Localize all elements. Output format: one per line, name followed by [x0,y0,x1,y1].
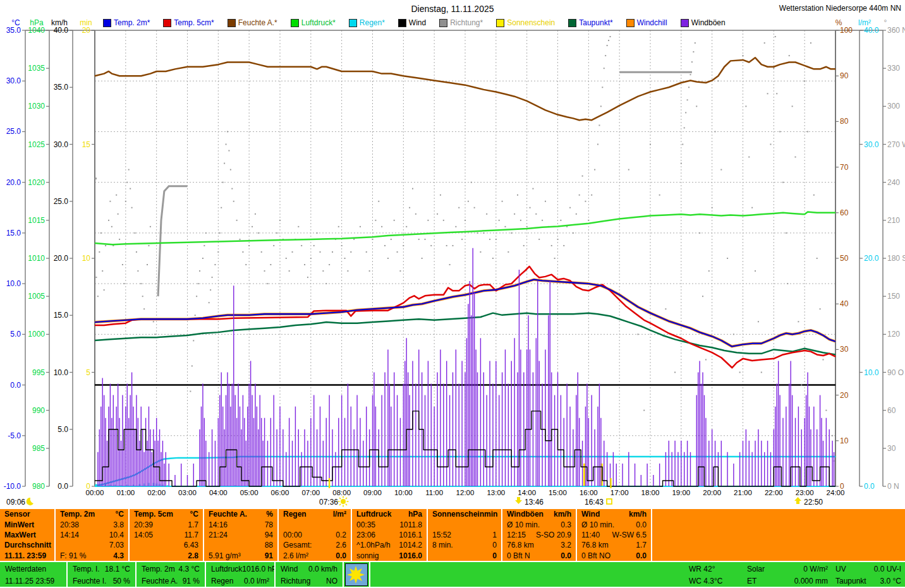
series-richtung-dots [394,220,395,221]
summary-cell-temp2m-hdr: Temp. 2m°C [56,509,128,519]
series-richtung-dots [776,93,777,94]
summary-filler [652,540,905,550]
axis-tick-label: 1005 [28,292,45,301]
sunrise-icon [339,498,341,499]
series-richtung-dots [691,61,693,63]
series-richtung-dots [733,333,734,335]
series-richtung-dots [605,55,606,56]
summary-cell-windben-avg: 76.8 km3.2 [502,540,576,550]
series-richtung-dots [514,213,515,215]
summary-cell-windben-min: Ø 10 min.0.3 [502,519,576,529]
weather-chart: °C35.030.025.020.015.010.05.00.0-5.0-10.… [0,0,905,508]
series-richtung-dots [255,213,256,215]
series-richtung-dots [310,258,312,259]
series-richtung-dots [786,232,787,234]
series-richtung-dots [695,42,696,44]
axis-tick-label: 300 [887,102,900,111]
series-richtung-dots [492,258,494,259]
series-richtung-dots [415,213,416,215]
series-richtung-dots [267,283,268,284]
axis-tick-label: 5 [86,368,90,377]
axis-tick-label: 07:00 [301,489,320,496]
series-richtung-dots [130,188,131,189]
axis-tick-label: 17:00 [610,489,629,496]
summary-cell-temp5cm-max: 14:0511.7 [130,530,203,540]
sun-weather-icon [345,563,368,586]
series-richtung-dots [659,195,660,196]
series-richtung-dots [773,68,774,69]
series-richtung-dots [443,220,444,221]
axis-tick-label: 07:36 [319,498,338,507]
series-richtung-dots [489,239,490,240]
series-richtung-dots [387,258,389,259]
axis-tick-label: 22:00 [765,489,783,496]
weather-symbol-cell [344,562,370,587]
series-richtung-dots [597,144,598,145]
series-richtung-dots [214,264,216,265]
series-richtung-dots [511,232,512,234]
axis-tick-label: 0 N [887,482,899,491]
series-richtung-dots [140,283,142,284]
series-richtung-dots [313,245,315,246]
summary-row-label: MinWert [0,519,54,529]
series-richtung-dots [221,207,222,208]
axis-tick-label: 30.0 [6,76,21,85]
series-richtung-dots [465,220,466,221]
axis-tick-label: 995 [32,368,45,377]
axis-tick-label: 1000 [28,330,45,339]
series-richtung-dots [422,258,423,259]
series-richtung-dots [134,232,135,234]
series-richtung-dots [817,258,818,259]
footer-spacer [370,562,685,587]
series-richtung-dots [123,283,125,284]
series-richtung-dots [222,182,224,183]
series-richtung-dots [820,308,821,309]
sunset-icon [607,499,612,504]
series-richtung-dots [325,283,327,284]
sunrise-icon [346,504,347,505]
summary-cell-regen-min [279,519,351,529]
series-richtung-dots [687,99,688,100]
series-richtung-dots [474,207,475,208]
summary-cell-windben-hdr: Windböenkm/h [502,509,576,519]
series-richtung-dots [755,270,756,272]
axis-tick-label: 210 [887,216,900,225]
series-richtung-dots [212,277,213,278]
axis-tick-label: 15.0 [54,311,69,320]
series-richtung-dots [761,372,762,373]
series-richtung-dots [154,333,155,335]
series-richtung-dots [449,264,451,265]
series-richtung-dots [532,188,533,189]
axis-tick-label: 13:00 [487,489,505,496]
summary-cell-sonnenschein-cur: 0 [428,551,501,561]
series-richtung-dots [745,105,746,107]
summary-cell-feuchtea-max: 21:2494 [204,530,277,540]
axis-tick-label: 980 [32,482,45,491]
summary-cell-wind-max: 11:40W-SW 6.5 [577,530,651,540]
series-richtung-dots [347,270,348,272]
series-richtung-dots [573,232,574,234]
summary-cell-windben-max: 12:15S-SO 20.9 [502,530,576,540]
axis-tick-label: 11:00 [425,489,443,496]
axis-tick-label: 35.0 [6,26,21,35]
sensor-summary-table: SensorTemp. 2m°CTemp. 5cm°CFeuchte A.%Re… [0,509,905,561]
summary-filler [652,530,905,540]
axis-tick-label: 13:46 [525,498,544,507]
axis-tick-label: 180 S [887,254,905,263]
series-richtung-dots [270,264,271,265]
summary-cell-feuchtea-avg: 88 [204,540,277,550]
series-richtung-dots [203,245,205,246]
axis-tick-label: 90 [840,71,849,80]
summary-cell-temp2m-max: 14:1410.4 [56,530,128,540]
summary-cell-windben-cur: 0 Bft N0.0 [502,551,576,561]
series-richtung-dots [576,213,577,215]
axis-tick-label: 120 [887,330,900,339]
series-richtung-dots [727,258,728,259]
series-richtung-dots [412,188,413,189]
series-richtung-dots [681,163,682,164]
series-richtung-dots [477,232,478,234]
series-richtung-dots [125,201,126,202]
series-richtung-dots [739,372,741,373]
axis-tick-label: 1010 [28,254,45,263]
series-richtung-dots [804,80,805,81]
